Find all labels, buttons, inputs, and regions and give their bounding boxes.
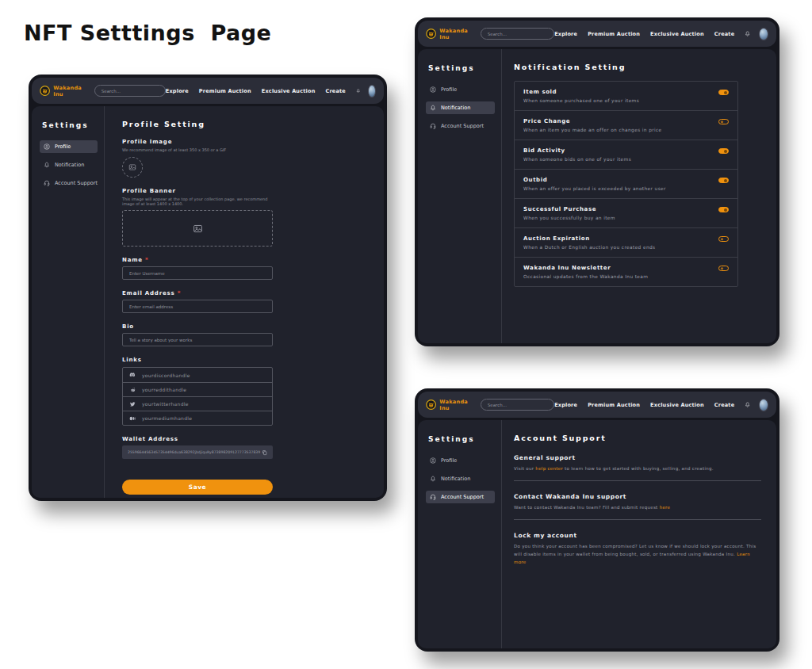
brand-name: Wakanda Inu bbox=[439, 399, 471, 411]
profile-settings-window: Wakanda Inu Explore Premium Auction Excl… bbox=[29, 75, 387, 501]
notification-title: Item sold bbox=[523, 89, 729, 95]
sidebar-item-label: Profile bbox=[55, 143, 71, 150]
nav-premium-auction[interactable]: Premium Auction bbox=[199, 88, 251, 94]
nav-explore[interactable]: Explore bbox=[166, 88, 189, 94]
page-title: NFT Setttings Page bbox=[24, 21, 271, 45]
sidebar-item-label: Account Support bbox=[441, 123, 484, 129]
sidebar-item-profile[interactable]: Profile bbox=[426, 454, 495, 467]
notification-description: When a Dutch or English auction you crea… bbox=[523, 245, 729, 250]
lock-account-section: Lock my account Do you think your accoun… bbox=[514, 532, 761, 567]
wallet-address-field: 25596644563457354496dua638292jbdjiquRy87… bbox=[122, 445, 273, 459]
profile-image-upload[interactable] bbox=[122, 157, 143, 178]
bell-icon[interactable] bbox=[356, 86, 360, 95]
user-icon bbox=[430, 457, 436, 464]
profile-image-label: Profile Image bbox=[122, 139, 384, 145]
sidebar-item-notification[interactable]: Notification bbox=[40, 159, 98, 171]
sidebar-item-label: Notification bbox=[441, 476, 470, 482]
notification-row-newsletter: Wakanda Inu Newsletter Occasional update… bbox=[515, 257, 737, 286]
brand[interactable]: Wakanda Inu bbox=[426, 27, 471, 40]
twitter-icon bbox=[129, 401, 136, 407]
bell-icon[interactable] bbox=[745, 400, 750, 409]
notification-title: Price Change bbox=[523, 118, 729, 124]
profile-banner-upload[interactable] bbox=[122, 210, 273, 247]
wakanda-inu-logo-icon bbox=[426, 27, 436, 40]
sidebar-item-label: Account Support bbox=[441, 494, 484, 500]
general-support-section: General support Visit our help center to… bbox=[514, 454, 761, 481]
bell-icon[interactable] bbox=[745, 29, 750, 38]
sidebar-item-profile[interactable]: Profile bbox=[426, 83, 495, 96]
sidebar-title: Settings bbox=[42, 121, 98, 129]
sidebar-item-account-support[interactable]: Account Support bbox=[426, 491, 495, 503]
social-links-box: yourdiscordhandle yourreddithandle yourt… bbox=[122, 367, 273, 426]
brand-name: Wakanda Inu bbox=[439, 28, 471, 40]
notification-title: Outbid bbox=[523, 177, 729, 183]
required-asterisk: * bbox=[178, 290, 181, 296]
search-input[interactable] bbox=[94, 85, 166, 97]
sidebar-item-notification[interactable]: Notification bbox=[426, 101, 495, 114]
nav-create[interactable]: Create bbox=[714, 31, 735, 37]
notification-title: Auction Expiration bbox=[523, 235, 729, 242]
notification-row-outbid: Outbid When an offer you placed is excee… bbox=[515, 169, 737, 198]
brand[interactable]: Wakanda Inu bbox=[40, 84, 85, 97]
nav-explore[interactable]: Explore bbox=[554, 31, 577, 37]
wakanda-inu-logo-icon bbox=[40, 84, 50, 97]
settings-sidebar: Settings Profile Notification Account Su… bbox=[418, 420, 502, 648]
sidebar-item-profile[interactable]: Profile bbox=[40, 140, 98, 153]
brand[interactable]: Wakanda Inu bbox=[426, 398, 471, 411]
support-section-text: Want to contact Wakanda Inu team? Fill a… bbox=[514, 504, 761, 512]
nav-create[interactable]: Create bbox=[325, 88, 346, 94]
newsletter-toggle[interactable] bbox=[718, 266, 729, 271]
search-input[interactable] bbox=[481, 399, 554, 411]
bid-activity-toggle[interactable] bbox=[718, 148, 729, 154]
successful-purchase-toggle[interactable] bbox=[718, 207, 729, 212]
help-center-link[interactable]: help center bbox=[535, 466, 563, 471]
sidebar-item-notification[interactable]: Notification bbox=[426, 472, 495, 485]
avatar[interactable] bbox=[759, 399, 768, 411]
link-placeholder: yourdiscordhandle bbox=[142, 373, 190, 378]
twitter-link-field[interactable]: yourtwitterhandle bbox=[123, 396, 272, 411]
section-heading: Profile Setting bbox=[122, 120, 384, 128]
notification-row-auction-expiration: Auction Expiration When a Dutch or Engli… bbox=[515, 227, 737, 257]
nav-exclusive-auction[interactable]: Exclusive Auction bbox=[650, 402, 704, 408]
contact-support-section: Contact Wakanda Inu support Want to cont… bbox=[514, 493, 761, 520]
support-section-title: Lock my account bbox=[514, 532, 761, 539]
profile-banner-label: Profile Banner bbox=[122, 188, 384, 194]
nav-premium-auction[interactable]: Premium Auction bbox=[588, 402, 640, 408]
sidebar-item-label: Profile bbox=[441, 86, 457, 93]
design-canvas: NFT Setttings Page Wakanda Inu Explore P… bbox=[0, 0, 812, 669]
bio-field[interactable] bbox=[122, 333, 273, 346]
medium-icon bbox=[129, 415, 136, 422]
email-field[interactable] bbox=[122, 300, 273, 313]
submit-request-link[interactable]: here bbox=[660, 505, 671, 510]
discord-link-field[interactable]: yourdiscordhandle bbox=[123, 368, 272, 382]
avatar[interactable] bbox=[368, 85, 376, 97]
nav-explore[interactable]: Explore bbox=[554, 402, 577, 408]
nav-exclusive-auction[interactable]: Exclusive Auction bbox=[262, 88, 316, 94]
top-navbar: Wakanda Inu Explore Premium Auction Excl… bbox=[32, 78, 384, 104]
auction-expiration-toggle[interactable] bbox=[718, 236, 729, 242]
notification-row-price-change: Price Change When an item you made an of… bbox=[515, 110, 737, 140]
nav-links: Explore Premium Auction Exclusive Auctio… bbox=[554, 31, 734, 37]
item-sold-toggle[interactable] bbox=[718, 90, 729, 95]
nav-premium-auction[interactable]: Premium Auction bbox=[588, 31, 640, 37]
name-field[interactable] bbox=[122, 266, 273, 280]
sidebar-item-label: Profile bbox=[441, 457, 457, 464]
divider bbox=[514, 480, 761, 481]
name-label: Name * bbox=[122, 257, 384, 263]
nav-exclusive-auction[interactable]: Exclusive Auction bbox=[650, 31, 704, 37]
link-placeholder: yourreddithandle bbox=[142, 387, 186, 392]
sidebar-item-account-support[interactable]: Account Support bbox=[40, 177, 98, 189]
support-section-text: Do you think your account has been compr… bbox=[514, 543, 761, 567]
notification-list: Item sold When someone purchased one of … bbox=[514, 81, 738, 287]
avatar[interactable] bbox=[759, 28, 768, 40]
save-button[interactable]: Save bbox=[122, 480, 273, 495]
price-change-toggle[interactable] bbox=[718, 119, 729, 124]
medium-link-field[interactable]: yourmediumhandle bbox=[123, 411, 272, 425]
nav-create[interactable]: Create bbox=[714, 402, 735, 408]
reddit-link-field[interactable]: yourreddithandle bbox=[123, 382, 272, 396]
outbid-toggle[interactable] bbox=[718, 178, 729, 183]
copy-icon[interactable] bbox=[262, 449, 267, 456]
discord-icon bbox=[129, 372, 136, 378]
search-input[interactable] bbox=[481, 28, 554, 40]
sidebar-item-account-support[interactable]: Account Support bbox=[426, 120, 495, 132]
